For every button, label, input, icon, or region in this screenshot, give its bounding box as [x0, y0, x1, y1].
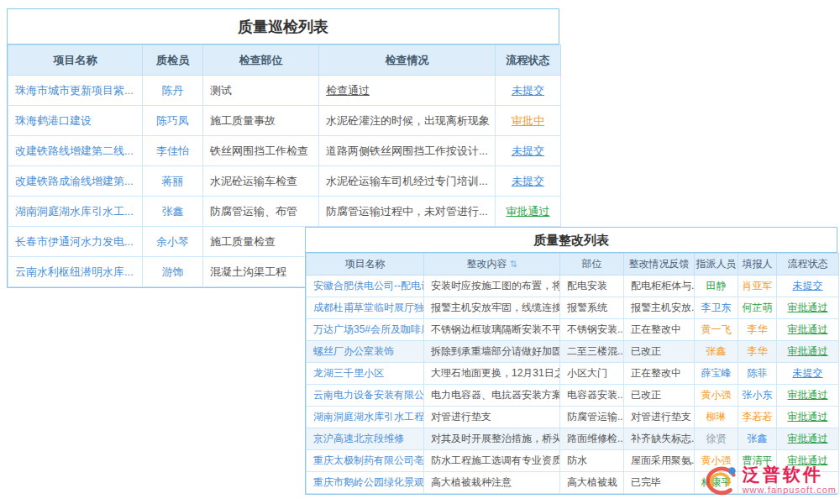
col-header-assignee: 指派人员: [695, 254, 738, 276]
reporter-name: 陈菲: [738, 363, 777, 385]
watermark: 泛普软件 www.fanpusoft.com: [701, 460, 837, 499]
status-badge[interactable]: 审批通过: [777, 407, 839, 428]
sort-icon[interactable]: ⇅: [509, 259, 517, 269]
assignee-name: 徐贤: [695, 428, 738, 450]
inspection-location: 施工质量检查: [203, 227, 319, 257]
rectify-part: 小区大门: [560, 363, 624, 385]
status-badge[interactable]: 审批通过: [777, 341, 839, 363]
project-name-link[interactable]: 云南电力设备安装有限公司20...: [307, 385, 424, 407]
col-header-location: 检查部位: [203, 45, 319, 76]
watermark-url: www.fanpusoft.com: [743, 485, 837, 495]
rectify-part: 电容器安装...: [560, 385, 624, 407]
table-row: 珠海市城市更新项目紫...陈丹测试检查通过未提交: [8, 76, 561, 106]
col-header-part: 部位: [560, 254, 624, 276]
rectify-content: 大理石地面更换，12月31日之...: [424, 363, 560, 385]
assignee-name: 薛宝峰: [695, 363, 738, 385]
inspector-name: 余小琴: [143, 227, 203, 257]
rectify-feedback: 配电柜柜体与...: [624, 276, 695, 297]
rectify-content: 电力电容器、电抗器安装方案...: [424, 385, 560, 407]
rectify-part: 高大植被栽: [560, 472, 624, 494]
status-badge[interactable]: 审批通过: [777, 297, 839, 319]
status-badge[interactable]: 未提交: [496, 166, 561, 197]
rectify-part: 二至三楼混...: [560, 341, 624, 363]
project-name-link[interactable]: 改建铁路成渝线增建第...: [8, 166, 143, 197]
table-row: 湖南洞庭湖水库引水工程施工标对管进行垫支防腐管运输...对管进行垫支柳琳李若若审…: [307, 407, 839, 428]
rectify-part: 路面维修检...: [560, 428, 624, 450]
inspection-location: 防腐管运输、布管: [203, 197, 319, 227]
rectify-content: 对其及时开展整治措施，桥头...: [424, 428, 560, 450]
rectification-list-panel: 质量整改列表 项目名称 整改内容⇅ 部位 整改情况反馈 指派人员 填报人 流程状…: [305, 227, 837, 495]
project-name-link[interactable]: 珠海市城市更新项目紫...: [8, 76, 143, 106]
rectify-feedback: 正在整改中: [624, 319, 695, 341]
status-badge[interactable]: 审批通过: [777, 385, 839, 407]
table-row: 京沪高速北京段维修对其及时开展整治措施，桥头...路面维修检...补齐缺失标志.…: [307, 428, 839, 450]
assignee-name: 李卫东: [695, 297, 738, 319]
project-name-link[interactable]: 京沪高速北京段维修: [307, 428, 424, 450]
project-name-link[interactable]: 万达广场35#会所及咖啡厅空...: [307, 319, 424, 341]
table-row: 螺丝厂办公室装饰拆除到承重墙部分请做好加固...二至三楼混...已改正张鑫李华审…: [307, 341, 839, 363]
status-badge[interactable]: 审批通过: [777, 428, 839, 450]
reporter-name: 李若若: [738, 407, 777, 428]
reporter-name: 张小东: [738, 385, 777, 407]
project-name-link[interactable]: 龙湖三千里小区: [307, 363, 424, 385]
project-name-link[interactable]: 长春市伊通河水力发电...: [8, 227, 143, 257]
project-name-link[interactable]: 安徽合肥供电公司--配电设备...: [307, 276, 424, 297]
project-name-link[interactable]: 重庆太极制药有限公司亳州中...: [307, 450, 424, 472]
project-name-link[interactable]: 珠海鹤港口建设: [8, 106, 143, 136]
col-header-project: 项目名称: [8, 45, 143, 76]
assignee-name: 田静: [695, 276, 738, 297]
project-name-link[interactable]: 云南水利枢纽潜明水库...: [8, 257, 143, 287]
status-badge[interactable]: 未提交: [496, 76, 561, 106]
reporter-name: 李华: [738, 319, 777, 341]
status-badge[interactable]: 未提交: [777, 276, 839, 297]
rectify-content: 报警主机安放牢固，线缆连接...: [424, 297, 560, 319]
table-row: 珠海鹤港口建设陈巧凤施工质量事故水泥砼灌注的时候，出现离析现象审批中: [8, 106, 561, 136]
status-badge[interactable]: 审批中: [496, 106, 561, 136]
fanpu-logo-icon: [701, 460, 739, 499]
assignee-name: 黄小强: [695, 385, 738, 407]
project-name-link[interactable]: 湖南洞庭湖水库引水工...: [8, 197, 143, 227]
status-badge[interactable]: 审批通过: [777, 319, 839, 341]
watermark-brand: 泛普软件: [743, 465, 837, 484]
col-header-inspector: 质检员: [143, 45, 203, 76]
rectify-feedback: 已改正: [624, 385, 695, 407]
project-name-link[interactable]: 成都杜甫草堂临时展厅独立展...: [307, 297, 424, 319]
status-badge[interactable]: 审批通过: [496, 197, 561, 227]
rectify-content: 对管进行垫支: [424, 407, 560, 428]
rectify-feedback: 报警主机安放...: [624, 297, 695, 319]
inspector-name: 陈丹: [143, 76, 203, 106]
inspector-name: 陈巧凤: [143, 106, 203, 136]
status-badge[interactable]: 未提交: [496, 136, 561, 166]
table-row: 云南电力设备安装有限公司20...电力电容器、电抗器安装方案...电容器安装..…: [307, 385, 839, 407]
rectify-part: 防腐管运输...: [560, 407, 624, 428]
col-header-reporter: 填报人: [738, 254, 777, 276]
inspection-location: 测试: [203, 76, 319, 106]
table-row: 改建铁路成渝线增建第...蒋丽水泥砼运输车检查水泥砼运输车司机经过专门培训...…: [8, 166, 561, 197]
table-row: 龙湖三千里小区大理石地面更换，12月31日之...小区大门正在整改中薛宝峰陈菲未…: [307, 363, 839, 385]
inspection-header-row: 项目名称 质检员 检查部位 检查情况 流程状态: [8, 45, 561, 76]
reporter-name: 李华: [738, 341, 777, 363]
rectification-list-title: 质量整改列表: [306, 228, 837, 253]
reporter-name: 肖亚军: [738, 276, 777, 297]
rectify-part: 报警系统: [560, 297, 624, 319]
project-name-link[interactable]: 螺丝厂办公室装饰: [307, 341, 424, 363]
rectify-feedback: 已完毕: [624, 472, 695, 494]
col-header-project: 项目名称: [307, 254, 424, 276]
project-name-link[interactable]: 改建铁路线增建第二线...: [8, 136, 143, 166]
project-name-link[interactable]: 重庆市鹅岭公园绿化景观提升...: [307, 472, 424, 494]
status-badge[interactable]: 未提交: [777, 363, 839, 385]
assignee-name: 柳琳: [695, 407, 738, 428]
rectify-content: 安装时应按施工图的布置，将...: [424, 276, 560, 297]
rectify-feedback: 已改正: [624, 341, 695, 363]
inspection-situation: 防腐管运输过程中，未对管进行...: [319, 197, 496, 227]
inspection-list-title: 质量巡检列表: [8, 9, 559, 45]
assignee-name: 张鑫: [695, 341, 738, 363]
table-row: 湖南洞庭湖水库引水工...张鑫防腐管运输、布管防腐管运输过程中，未对管进行...…: [8, 197, 561, 227]
table-row: 成都杜甫草堂临时展厅独立展...报警主机安放牢固，线缆连接...报警系统报警主机…: [307, 297, 839, 319]
inspector-name: 李佳怡: [143, 136, 203, 166]
project-name-link[interactable]: 湖南洞庭湖水库引水工程施工标: [307, 407, 424, 428]
inspection-location: 施工质量事故: [203, 106, 319, 136]
inspection-location: 混凝土沟渠工程: [203, 257, 319, 287]
inspection-situation: 道路两侧铁丝网围挡工作按设计...: [319, 136, 496, 166]
rectify-feedback: 补齐缺失标志...: [624, 428, 695, 450]
